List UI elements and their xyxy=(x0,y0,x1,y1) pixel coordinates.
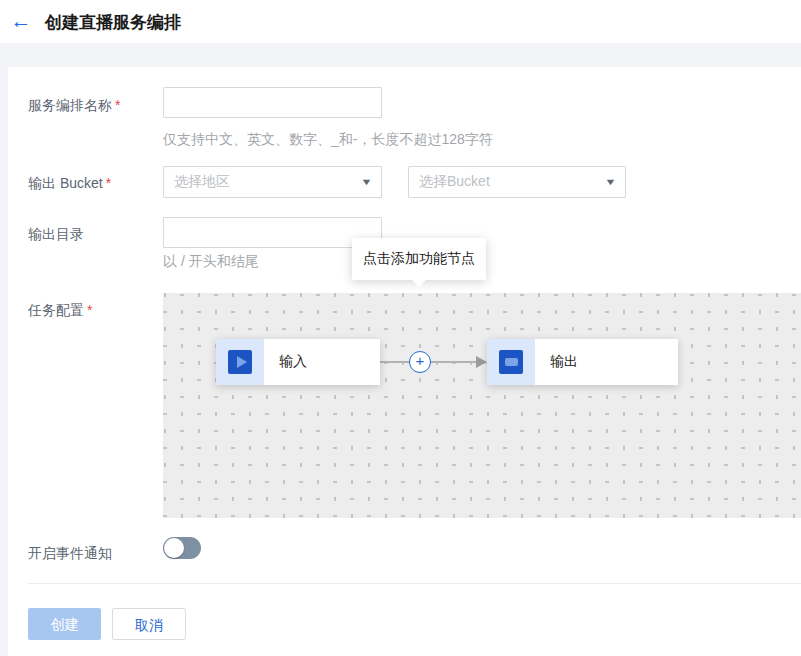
input-node[interactable]: 输入 xyxy=(216,339,380,385)
back-arrow-icon[interactable]: ← xyxy=(8,8,34,34)
toggle-knob xyxy=(164,538,184,558)
page-header: ← 创建直播服务编排 xyxy=(0,0,801,43)
play-icon xyxy=(228,350,252,374)
footer-divider xyxy=(28,583,801,584)
input-node-icon-area xyxy=(216,339,264,385)
output-node-label: 输出 xyxy=(550,353,578,371)
output-directory-input[interactable] xyxy=(163,217,382,248)
service-name-helper: 仅支持中文、英文、数字、_和-，长度不超过128字符 xyxy=(163,130,493,148)
arrowhead-icon xyxy=(476,356,487,368)
required-asterisk: * xyxy=(106,175,111,191)
event-notification-label: 开启事件通知 xyxy=(28,543,158,563)
region-select-placeholder: 选择地区 xyxy=(174,173,362,191)
required-asterisk: * xyxy=(115,97,120,113)
chevron-down-icon: ▼ xyxy=(360,177,372,187)
tooltip-pointer xyxy=(412,280,426,287)
task-flow-canvas[interactable]: 输入 + 输出 xyxy=(163,293,801,518)
add-node-plus-button[interactable]: + xyxy=(409,351,431,373)
output-directory-label: 输出目录 xyxy=(28,224,158,244)
create-button[interactable]: 创建 xyxy=(28,608,101,640)
cancel-button[interactable]: 取消 xyxy=(112,608,186,640)
task-config-label: 任务配置* xyxy=(28,300,158,320)
page-title: 创建直播服务编排 xyxy=(45,11,181,34)
required-asterisk: * xyxy=(87,302,92,318)
event-notification-toggle[interactable] xyxy=(163,537,201,559)
chevron-down-icon: ▼ xyxy=(604,177,616,187)
output-bucket-label: 输出 Bucket* xyxy=(28,173,158,193)
form-card: 服务编排名称* 仅支持中文、英文、数字、_和-，长度不超过128字符 输出 Bu… xyxy=(8,67,801,656)
add-node-tooltip: 点击添加功能节点 xyxy=(352,238,486,280)
output-icon xyxy=(499,350,523,374)
bucket-select-placeholder: 选择Bucket xyxy=(419,173,606,191)
input-node-label: 输入 xyxy=(279,353,307,371)
service-name-input[interactable] xyxy=(163,87,382,118)
region-select[interactable]: 选择地区 ▼ xyxy=(163,166,382,198)
output-node-icon-area xyxy=(487,339,535,385)
add-node-tooltip-text: 点击添加功能节点 xyxy=(363,250,475,268)
service-name-label: 服务编排名称* xyxy=(28,95,158,115)
output-directory-helper: 以 / 开头和结尾 xyxy=(163,252,259,270)
bucket-select[interactable]: 选择Bucket ▼ xyxy=(408,166,626,198)
output-node[interactable]: 输出 xyxy=(487,339,678,385)
